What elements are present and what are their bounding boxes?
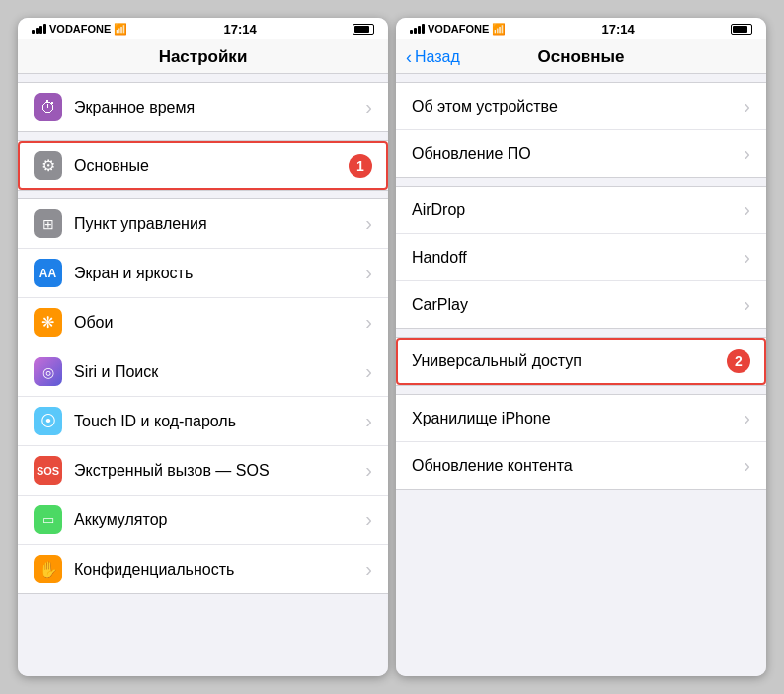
label-siri: Siri и Поиск bbox=[74, 363, 365, 381]
row-accessibility[interactable]: Универсальный доступ 2 bbox=[396, 338, 766, 385]
icon-siri: ◎ bbox=[34, 357, 62, 386]
row-battery[interactable]: ▭ Аккумулятор bbox=[18, 496, 388, 545]
chevron-wallpaper bbox=[365, 311, 372, 334]
icon-touch-id: ⦿ bbox=[34, 407, 62, 435]
status-bar-2: VODAFONE 📶 17:14 bbox=[396, 18, 766, 39]
row-wallpaper[interactable]: ❋ Обои bbox=[18, 298, 388, 347]
s-bar-1 bbox=[410, 30, 413, 34]
back-label: Назад bbox=[415, 48, 460, 66]
section-accessibility: Универсальный доступ 2 bbox=[396, 337, 766, 386]
icon-control-center: ⊞ bbox=[34, 209, 62, 238]
chevron-siri bbox=[365, 360, 372, 383]
label-content-update: Обновление контента bbox=[412, 457, 744, 475]
icon-sos: SOS bbox=[34, 456, 62, 485]
carrier-name-1: VODAFONE bbox=[49, 23, 111, 35]
settings-list-2: Об этом устройстве Обновление ПО AirDrop… bbox=[396, 74, 766, 676]
row-content-update[interactable]: Обновление контента bbox=[396, 442, 766, 489]
row-privacy[interactable]: ✋ Конфиденциальность bbox=[18, 545, 388, 593]
icon-screen-time: ⏱ bbox=[34, 93, 62, 121]
section-airdrop: AirDrop Handoff CarPlay bbox=[396, 186, 766, 329]
row-software-update[interactable]: Обновление ПО bbox=[396, 130, 766, 177]
chevron-sos bbox=[365, 459, 372, 482]
s-bar-2 bbox=[414, 28, 417, 34]
back-button[interactable]: ‹ Назад bbox=[406, 47, 460, 68]
row-display[interactable]: AA Экран и яркость bbox=[18, 249, 388, 298]
status-right-1 bbox=[353, 24, 374, 35]
battery-fill-1 bbox=[354, 26, 369, 33]
label-wallpaper: Обои bbox=[74, 314, 365, 332]
signal-bar-4 bbox=[43, 24, 46, 34]
main-container: VODAFONE 📶 17:14 Настройки ⏱ Экранное вр… bbox=[8, 8, 776, 686]
label-privacy: Конфиденциальность bbox=[74, 561, 365, 578]
battery-icon-2 bbox=[731, 24, 752, 35]
time-1: 17:14 bbox=[224, 22, 257, 37]
settings-list-1: ⏱ Экранное время ⚙ Основные 1 ⊞ Пункт уп… bbox=[18, 74, 388, 676]
chevron-battery bbox=[365, 508, 372, 531]
row-about[interactable]: Об этом устройстве bbox=[396, 83, 766, 130]
section-screen-time: ⏱ Экранное время bbox=[18, 82, 388, 132]
status-left-2: VODAFONE 📶 bbox=[410, 23, 506, 36]
chevron-about bbox=[744, 95, 750, 117]
row-sos[interactable]: SOS Экстренный вызов — SOS bbox=[18, 446, 388, 496]
section-storage: Хранилище iPhone Обновление контента bbox=[396, 394, 766, 490]
row-control-center[interactable]: ⊞ Пункт управления bbox=[18, 199, 388, 249]
label-general: Основные bbox=[74, 157, 341, 175]
s-bar-3 bbox=[418, 26, 421, 34]
chevron-content-update bbox=[744, 454, 750, 477]
label-accessibility: Универсальный доступ bbox=[412, 352, 719, 370]
signal-bar-2 bbox=[36, 28, 39, 34]
chevron-privacy bbox=[365, 558, 372, 580]
signal-icon bbox=[32, 24, 46, 34]
page-title-2: Основные bbox=[537, 47, 624, 67]
carrier-name-2: VODAFONE bbox=[428, 23, 489, 35]
chevron-handoff bbox=[744, 246, 750, 269]
label-screen-time: Экранное время bbox=[74, 99, 365, 116]
row-carplay[interactable]: CarPlay bbox=[396, 281, 766, 328]
signal-bar-3 bbox=[39, 26, 42, 34]
page-title-1: Настройки bbox=[34, 47, 372, 67]
section-main: ⊞ Пункт управления AA Экран и яркость ❋ … bbox=[18, 198, 388, 594]
icon-general: ⚙ bbox=[34, 151, 62, 180]
badge-general: 1 bbox=[349, 154, 372, 178]
phone-1: VODAFONE 📶 17:14 Настройки ⏱ Экранное вр… bbox=[18, 18, 388, 676]
row-handoff[interactable]: Handoff bbox=[396, 234, 766, 281]
signal-icon-2 bbox=[410, 24, 425, 34]
battery-icon-1 bbox=[353, 24, 374, 35]
chevron-screen-time bbox=[365, 96, 372, 118]
status-bar-1: VODAFONE 📶 17:14 bbox=[18, 18, 388, 39]
status-right-2 bbox=[731, 24, 752, 35]
label-about: Об этом устройстве bbox=[412, 98, 744, 116]
label-sos: Экстренный вызов — SOS bbox=[74, 462, 365, 480]
badge-accessibility: 2 bbox=[727, 349, 750, 373]
time-2: 17:14 bbox=[602, 22, 635, 37]
row-touch-id[interactable]: ⦿ Touch ID и код-пароль bbox=[18, 397, 388, 446]
wifi-icon-1: 📶 bbox=[114, 23, 127, 36]
chevron-control-center bbox=[365, 212, 372, 235]
label-display: Экран и яркость bbox=[74, 265, 365, 282]
row-storage[interactable]: Хранилище iPhone bbox=[396, 395, 766, 442]
icon-display: AA bbox=[34, 259, 62, 287]
label-handoff: Handoff bbox=[412, 249, 744, 267]
label-software-update: Обновление ПО bbox=[412, 145, 744, 163]
icon-privacy: ✋ bbox=[34, 555, 62, 583]
chevron-software-update bbox=[744, 142, 750, 165]
label-storage: Хранилище iPhone bbox=[412, 410, 744, 427]
label-carplay: CarPlay bbox=[412, 296, 744, 314]
chevron-display bbox=[365, 262, 372, 284]
row-airdrop[interactable]: AirDrop bbox=[396, 187, 766, 234]
label-airdrop: AirDrop bbox=[412, 201, 744, 219]
s-bar-4 bbox=[422, 24, 425, 34]
icon-battery: ▭ bbox=[34, 505, 62, 534]
label-battery: Аккумулятор bbox=[74, 511, 365, 529]
chevron-storage bbox=[744, 407, 750, 429]
wifi-icon-2: 📶 bbox=[492, 23, 506, 36]
phone-2: VODAFONE 📶 17:14 ‹ Назад Основные bbox=[396, 18, 766, 676]
row-screen-time[interactable]: ⏱ Экранное время bbox=[18, 83, 388, 131]
nav-bar-2: ‹ Назад Основные bbox=[396, 39, 766, 74]
signal-bar-1 bbox=[32, 30, 35, 34]
label-control-center: Пункт управления bbox=[74, 215, 365, 233]
label-touch-id: Touch ID и код-пароль bbox=[74, 413, 365, 430]
row-general[interactable]: ⚙ Основные 1 bbox=[18, 141, 388, 190]
chevron-carplay bbox=[744, 293, 750, 316]
row-siri[interactable]: ◎ Siri и Поиск bbox=[18, 347, 388, 397]
